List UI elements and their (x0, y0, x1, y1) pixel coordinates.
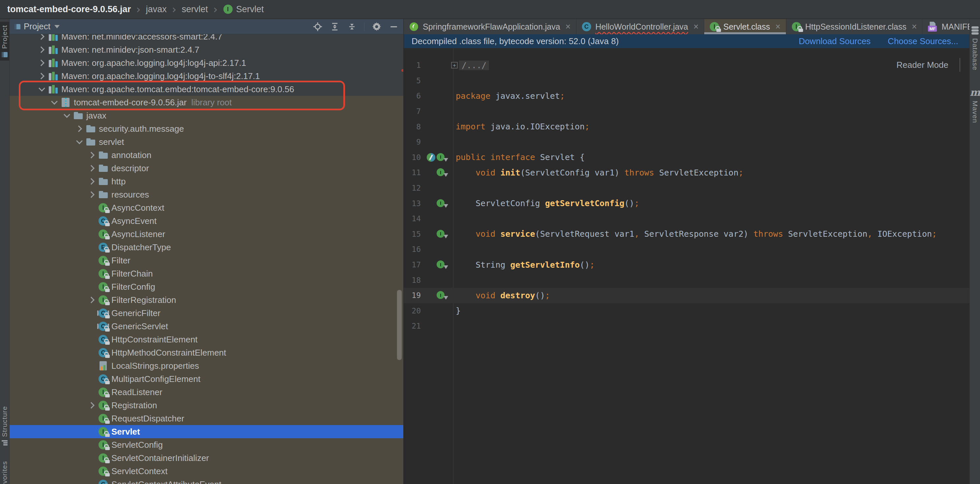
tree-row[interactable]: Maven: org.apache.tomcat.embed:tomcat-em… (9, 83, 403, 96)
line-number[interactable]: 10 (404, 153, 421, 162)
chevron-collapsed-icon[interactable] (88, 297, 95, 303)
stripe-button-project[interactable]: Project (0, 22, 9, 60)
chevron-expanded-icon[interactable] (38, 85, 45, 92)
line-number[interactable]: 16 (404, 245, 421, 254)
tree-row[interactable]: IAsyncListener (9, 227, 403, 241)
reader-mode-label[interactable]: Reader Mode (896, 60, 948, 70)
download-sources-link[interactable]: Download Sources (799, 36, 870, 46)
line-number[interactable]: 15 (404, 230, 421, 238)
tree-row[interactable]: CHttpConstraintElement (9, 333, 403, 346)
chevron-collapsed-icon[interactable] (88, 165, 95, 171)
tree-row[interactable]: CMultipartConfigElement (9, 372, 403, 386)
tree-row[interactable]: Maven: org.apache.logging.log4j:log4j-ap… (9, 56, 403, 70)
tree-row[interactable]: IAsyncContext (9, 201, 403, 214)
tree-chevron-slot[interactable] (60, 114, 73, 117)
breadcrumb-item[interactable]: servlet (181, 4, 208, 14)
tree-chevron-slot[interactable] (73, 127, 86, 131)
tree-row[interactable]: IFilter (9, 254, 403, 267)
tree-chevron-slot[interactable] (36, 88, 48, 90)
tree-row[interactable]: IServletContext (9, 465, 403, 478)
tree-row[interactable]: IFilterRegistration (9, 294, 403, 306)
line-number[interactable]: 12 (404, 184, 421, 192)
chevron-collapsed-icon[interactable] (88, 402, 95, 409)
editor-tab[interactable]: IServlet.class× (704, 19, 786, 34)
tree-chevron-slot[interactable] (86, 298, 98, 302)
close-icon[interactable]: × (693, 22, 698, 31)
line-number[interactable]: 7 (404, 107, 421, 116)
implemented-marker-icon[interactable]: I (437, 168, 449, 177)
api-marker-icon[interactable] (427, 153, 435, 162)
tree-row[interactable]: descriptor (9, 162, 403, 175)
line-number[interactable]: 9 (404, 138, 421, 146)
tree-row[interactable]: resources (9, 188, 403, 201)
close-icon[interactable]: × (775, 22, 781, 31)
tree-row[interactable]: CServletContextAttributeEvent (9, 478, 403, 484)
tree-chevron-slot[interactable] (86, 166, 98, 171)
line-number[interactable]: 13 (404, 199, 421, 208)
project-tree-scrollbar[interactable] (397, 290, 402, 360)
chevron-collapsed-icon[interactable] (38, 73, 45, 79)
close-icon[interactable]: × (565, 22, 571, 31)
line-number[interactable]: 5 (404, 76, 421, 85)
tree-chevron-slot[interactable] (36, 34, 48, 39)
chevron-expanded-icon[interactable] (51, 98, 58, 105)
tree-row[interactable]: LocalStrings.properties (9, 359, 403, 372)
code-viewer[interactable]: 1+/.../56package javax.servlet;78import … (404, 58, 969, 334)
line-number[interactable]: 8 (404, 122, 421, 131)
tree-chevron-slot[interactable] (86, 403, 98, 408)
tree-row[interactable]: CGenericServlet (9, 320, 403, 333)
chevron-down-icon[interactable] (54, 25, 60, 28)
tree-row[interactable]: EDispatcherType (9, 241, 403, 254)
tree-row[interactable]: servlet (9, 135, 403, 149)
tree-chevron-slot[interactable] (86, 192, 98, 197)
tree-row[interactable]: Maven: net.minidev:json-smart:2.4.7 (9, 43, 403, 56)
tree-row[interactable]: IFilterChain (9, 267, 403, 280)
tree-chevron-slot[interactable] (86, 179, 98, 184)
chevron-expanded-icon[interactable] (64, 111, 70, 118)
tree-chevron-slot[interactable] (36, 74, 48, 78)
close-icon[interactable]: × (912, 22, 917, 31)
breadcrumb-item[interactable]: tomcat-embed-core-9.0.56.jar (7, 4, 131, 14)
locate-button[interactable] (313, 22, 323, 32)
tree-row[interactable]: annotation (9, 149, 403, 162)
line-number[interactable]: 18 (404, 276, 421, 284)
tree-row[interactable]: CHttpMethodConstraintElement (9, 346, 403, 359)
breadcrumb-item[interactable]: IServlet (223, 4, 264, 14)
tree-chevron-slot[interactable] (36, 60, 48, 65)
line-number[interactable]: 14 (404, 214, 421, 223)
tree-row[interactable]: IServlet (9, 425, 403, 438)
chevron-collapsed-icon[interactable] (88, 191, 95, 198)
choose-sources-link[interactable]: Choose Sources... (888, 36, 958, 46)
stripe-button-favorites[interactable]: Favorites (0, 458, 9, 484)
line-number[interactable]: 21 (404, 322, 421, 330)
chevron-collapsed-icon[interactable] (38, 46, 45, 53)
stripe-button-maven[interactable]: m Maven (970, 87, 980, 123)
tree-row[interactable]: IRequestDispatcher (9, 412, 403, 425)
tree-row[interactable]: CGenericFilter (9, 306, 403, 320)
tree-row[interactable]: IServletConfig (9, 438, 403, 451)
tree-chevron-slot[interactable] (73, 141, 86, 143)
line-number[interactable]: 6 (404, 92, 421, 100)
tree-row[interactable]: IFilterConfig (9, 280, 403, 294)
chevron-collapsed-icon[interactable] (88, 178, 95, 185)
line-number[interactable]: 11 (404, 168, 421, 177)
line-number[interactable]: 20 (404, 306, 421, 315)
tree-row[interactable]: CAsyncEvent (9, 214, 403, 227)
tree-row[interactable]: Maven: org.apache.logging.log4j:log4j-to… (9, 70, 403, 83)
implemented-marker-icon[interactable]: I (437, 260, 449, 269)
breadcrumb-item[interactable]: javax (146, 4, 167, 14)
tree-row[interactable]: IReadListener (9, 386, 403, 399)
chevron-collapsed-icon[interactable] (75, 125, 82, 132)
folded-comment[interactable]: /.../ (459, 60, 489, 70)
tree-row[interactable]: http (9, 175, 403, 188)
tree-chevron-slot[interactable] (36, 48, 48, 52)
editor-tab[interactable]: CHelloWorldController.java× (576, 19, 704, 34)
implemented-marker-icon[interactable]: I (437, 291, 449, 300)
line-number[interactable]: 17 (404, 260, 421, 269)
implemented-marker-icon[interactable]: I (437, 199, 449, 208)
tree-row[interactable]: javax (9, 109, 403, 122)
tree-chevron-slot[interactable] (48, 101, 60, 104)
line-number[interactable]: 1 (404, 61, 421, 70)
tree-row[interactable]: tomcat-embed-core-9.0.56.jarlibrary root (9, 96, 403, 109)
collapse-all-button[interactable] (347, 22, 357, 32)
